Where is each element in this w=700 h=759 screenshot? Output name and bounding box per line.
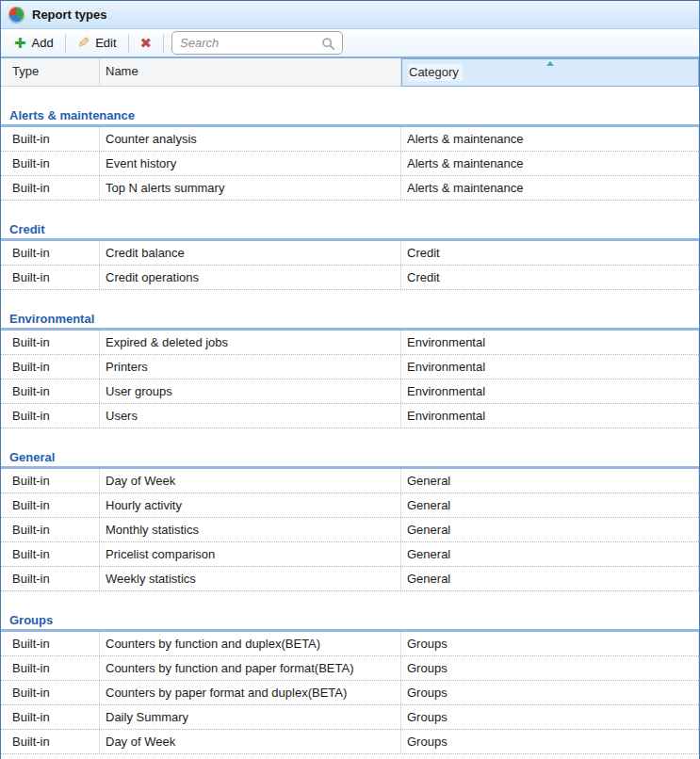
cell-category: Environmental xyxy=(401,331,699,354)
table-row[interactable]: Built-in Expired & deleted jobs Environm… xyxy=(1,331,699,355)
add-button[interactable]: ✚ Add xyxy=(7,33,61,53)
cell-category: General xyxy=(401,567,699,590)
cell-category: Credit xyxy=(401,241,699,265)
cell-category: Environmental xyxy=(401,404,699,428)
group-header[interactable]: Credit xyxy=(1,220,699,238)
cell-name: Pricelist comparison xyxy=(100,542,401,566)
column-header-category[interactable]: Category xyxy=(401,58,699,87)
table-row[interactable]: Built-in Counters by paper format and du… xyxy=(1,681,699,705)
cell-category: Groups xyxy=(401,681,699,704)
table-row[interactable]: Built-in Event history Alerts & maintena… xyxy=(1,152,699,176)
group-rows: Built-in Counters by function and duplex… xyxy=(1,632,699,754)
cell-type: Built-in xyxy=(1,681,100,704)
cell-category: Credit xyxy=(401,266,699,289)
row-group: Credit Built-in Credit balance Credit Bu… xyxy=(1,201,699,290)
cell-name: Users xyxy=(100,404,401,428)
cell-category: Alerts & maintenance xyxy=(401,152,699,175)
column-header-type[interactable]: Type xyxy=(1,58,100,87)
table-row[interactable]: Built-in Day of Week General xyxy=(1,469,699,493)
cell-type: Built-in xyxy=(1,355,100,379)
table-row[interactable]: Built-in Counters by function and duplex… xyxy=(1,632,699,656)
window-titlebar: Report types xyxy=(1,1,699,29)
cell-type: Built-in xyxy=(1,469,100,493)
row-group: Groups Built-in Counters by function and… xyxy=(1,591,699,754)
pie-chart-icon xyxy=(8,7,24,23)
cell-type: Built-in xyxy=(1,380,100,403)
cell-type: Built-in xyxy=(1,266,100,289)
cell-name: Printers xyxy=(100,355,401,379)
search-box[interactable] xyxy=(171,31,343,55)
cell-type: Built-in xyxy=(1,241,100,265)
cell-name: User groups xyxy=(100,380,401,403)
cell-category: Groups xyxy=(401,632,699,655)
cell-category: General xyxy=(401,469,699,493)
cell-category: Alerts & maintenance xyxy=(401,127,699,151)
cell-name: Day of Week xyxy=(100,469,401,493)
cell-category: Environmental xyxy=(401,355,699,379)
table-row[interactable]: Built-in Hourly activity General xyxy=(1,493,699,518)
cell-type: Built-in xyxy=(1,331,100,354)
cell-name: Counters by function and duplex(BETA) xyxy=(100,632,401,655)
delete-button[interactable]: ✖ xyxy=(133,33,160,53)
column-header-category-label: Category xyxy=(408,64,463,81)
edit-button-label: Edit xyxy=(95,36,116,50)
toolbar: ✚ Add ✎ Edit ✖ xyxy=(1,29,699,58)
group-rows: Built-in Day of Week General Built-in Ho… xyxy=(1,469,699,591)
table-row[interactable]: Built-in Credit balance Credit xyxy=(1,241,699,266)
cell-type: Built-in xyxy=(1,656,100,680)
column-header-name[interactable]: Name xyxy=(100,58,401,87)
table-row[interactable]: Built-in Daily Summary Groups xyxy=(1,705,699,730)
group-rows: Built-in Credit balance Credit Built-in … xyxy=(1,241,699,290)
cell-name: Day of Week xyxy=(100,730,401,753)
table-row[interactable]: Built-in Day of Week Groups xyxy=(1,730,699,754)
table-row[interactable]: Built-in Credit operations Credit xyxy=(1,266,699,290)
cell-name: Counters by function and paper format(BE… xyxy=(100,656,401,680)
cell-type: Built-in xyxy=(1,518,100,541)
table-row[interactable]: Built-in Top N alerts summary Alerts & m… xyxy=(1,176,699,201)
cell-type: Built-in xyxy=(1,567,100,590)
report-types-window: Report types ✚ Add ✎ Edit ✖ Type xyxy=(0,0,700,759)
table-row[interactable]: Built-in Printers Environmental xyxy=(1,355,699,380)
add-plus-icon: ✚ xyxy=(14,36,26,50)
group-header[interactable]: Alerts & maintenance xyxy=(1,106,699,124)
cell-category: Alerts & maintenance xyxy=(401,176,699,200)
table-row[interactable]: Built-in User groups Environmental xyxy=(1,380,699,404)
group-header[interactable]: Environmental xyxy=(1,310,699,328)
cell-type: Built-in xyxy=(1,730,100,753)
cell-name: Counters by paper format and duplex(BETA… xyxy=(100,681,401,704)
sort-ascending-icon xyxy=(546,61,554,66)
group-rows: Built-in Counter analysis Alerts & maint… xyxy=(1,127,699,201)
cell-type: Built-in xyxy=(1,542,100,566)
cell-type: Built-in xyxy=(1,705,100,729)
row-group: Alerts & maintenance Built-in Counter an… xyxy=(1,87,699,201)
toolbar-separator xyxy=(163,34,164,53)
row-group: Environmental Built-in Expired & deleted… xyxy=(1,290,699,428)
table-row[interactable]: Built-in Pricelist comparison General xyxy=(1,542,699,567)
add-button-label: Add xyxy=(32,36,54,50)
cell-type: Built-in xyxy=(1,493,100,517)
cell-name: Monthly statistics xyxy=(100,518,401,541)
table-row[interactable]: Built-in Monthly statistics General xyxy=(1,518,699,542)
cell-category: General xyxy=(401,493,699,517)
cell-name: Expired & deleted jobs xyxy=(100,331,401,354)
cell-name: Weekly statistics xyxy=(100,567,401,590)
edit-pencil-icon: ✎ xyxy=(77,36,90,51)
cell-category: Environmental xyxy=(401,380,699,403)
edit-button[interactable]: ✎ Edit xyxy=(70,33,124,54)
cell-category: Groups xyxy=(401,705,699,729)
search-magnifier-icon[interactable] xyxy=(321,37,335,51)
table-row[interactable]: Built-in Counters by function and paper … xyxy=(1,656,699,681)
cell-name: Hourly activity xyxy=(100,493,401,517)
table-row[interactable]: Built-in Users Environmental xyxy=(1,404,699,428)
toolbar-separator xyxy=(128,34,129,53)
group-header[interactable]: General xyxy=(1,448,699,466)
cell-name: Credit operations xyxy=(100,266,401,289)
grid-body: Alerts & maintenance Built-in Counter an… xyxy=(1,87,699,759)
table-row[interactable]: Built-in Weekly statistics General xyxy=(1,567,699,591)
group-header[interactable]: Groups xyxy=(1,611,699,629)
cell-name: Credit balance xyxy=(100,241,401,265)
cell-name: Event history xyxy=(100,152,401,175)
search-input[interactable] xyxy=(180,33,321,53)
table-row[interactable]: Built-in Counter analysis Alerts & maint… xyxy=(1,127,699,152)
window-title: Report types xyxy=(32,8,106,22)
